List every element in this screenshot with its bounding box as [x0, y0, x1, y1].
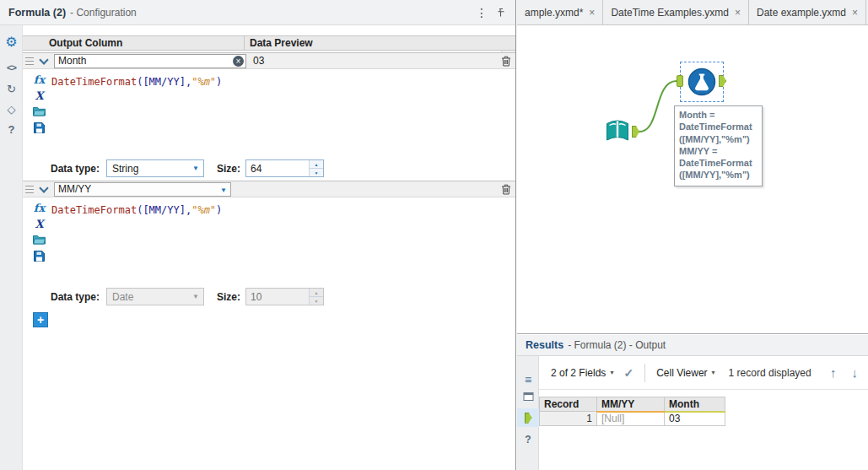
cell-viewer-button[interactable]: Cell Viewer — [656, 367, 707, 379]
gear-icon[interactable]: ⚙ — [0, 34, 23, 50]
add-expression-button[interactable]: + — [33, 312, 48, 327]
apply-check-icon[interactable]: ✓ — [623, 366, 633, 380]
formula-row-head: MM/YY ▼ — [23, 181, 515, 197]
panel-title: Formula (2) — [8, 7, 66, 19]
close-icon[interactable]: × — [735, 7, 741, 19]
results-toolbar: 2 of 2 Fields ▾ ✓ Cell Viewer ▾ 1 record… — [539, 356, 868, 390]
expression-string: "%m" — [191, 204, 216, 216]
output-column-input[interactable] — [54, 54, 246, 68]
variables-icon[interactable]: X — [32, 89, 46, 102]
formula-config-content: Output Column Data Preview × 03 — [23, 25, 515, 470]
arrow-up-icon[interactable]: ↑ — [830, 365, 837, 380]
record-number-cell[interactable]: 1 — [540, 412, 597, 426]
expression-text[interactable]: DateTimeFormat([MM/YY],"%m") — [51, 76, 222, 88]
output-column-select[interactable]: MM/YY ▼ — [54, 182, 231, 197]
chevron-down-icon: ▼ — [220, 186, 227, 194]
save-icon[interactable] — [32, 121, 46, 134]
formula-tool[interactable] — [687, 68, 716, 96]
folder-icon[interactable] — [32, 105, 46, 118]
arrow-down-icon[interactable]: ↓ — [852, 365, 859, 380]
grid-data-row: 1 [Null] 03 — [540, 412, 725, 426]
anchor-glyph — [525, 413, 532, 424]
column-header-month[interactable]: Month — [665, 397, 725, 412]
book-icon — [602, 116, 633, 147]
month-cell[interactable]: 03 — [665, 412, 725, 426]
toolbar-divider — [644, 364, 645, 382]
fields-summary[interactable]: 2 of 2 Fields — [551, 367, 606, 379]
tab-document-2[interactable]: DateTime Examples.yxmd × — [603, 0, 749, 24]
window-icon[interactable] — [517, 392, 539, 404]
alteryx-designer-window: Formula (2) - Configuration ⋮ ⚙ <> ↻ ◇ ?… — [0, 0, 868, 470]
help-icon[interactable]: ? — [517, 434, 539, 446]
size-input — [246, 289, 309, 305]
datatype-select[interactable]: String ▼ — [106, 159, 204, 177]
size-stepper: ▲ ▼ — [309, 289, 323, 305]
results-side-strip: ≡ ? — [517, 356, 539, 470]
column-header-mmyy[interactable]: MM/YY — [597, 397, 665, 412]
tab-label: DateTime Examples.yxmd — [611, 7, 729, 19]
configuration-panel: Formula (2) - Configuration ⋮ ⚙ <> ↻ ◇ ?… — [0, 0, 516, 470]
chevron-down-icon[interactable]: ▾ — [610, 369, 613, 376]
spin-up-icon: ▲ — [310, 289, 323, 296]
spin-up-icon[interactable]: ▲ — [310, 160, 323, 168]
data-preview-header: Data Preview — [245, 37, 313, 49]
refresh-icon[interactable]: ↻ — [0, 83, 23, 95]
column-header-record[interactable]: Record — [540, 397, 597, 412]
expression-editor[interactable]: fx X DateTimeFormat([MM/YY],"%m") — [23, 197, 515, 284]
scroll-arrows: ↑ ↓ — [830, 365, 858, 380]
chevron-down-icon[interactable] — [39, 183, 48, 192]
list-icon[interactable]: ≡ — [517, 373, 539, 386]
size-input[interactable] — [246, 160, 309, 176]
expression-text[interactable]: DateTimeFormat([MM/YY],"%m") — [51, 204, 222, 216]
clear-icon[interactable]: × — [233, 56, 244, 67]
drag-handle-icon[interactable] — [25, 57, 34, 65]
column-headers: Output Column Data Preview — [23, 35, 515, 51]
expression-string: "%m" — [191, 76, 216, 88]
output-column-value: MM/YY — [58, 183, 91, 195]
tool-annotation[interactable]: Month = DateTimeFormat ([MM/YY],"%m") MM… — [674, 105, 763, 186]
close-icon[interactable]: × — [852, 7, 858, 19]
chevron-down-icon[interactable] — [39, 55, 48, 64]
datatype-label: Data type: — [51, 291, 100, 303]
variables-icon[interactable]: X — [32, 217, 46, 230]
size-label: Size: — [217, 163, 240, 175]
spin-down-icon[interactable]: ▼ — [310, 168, 323, 176]
expression-function: DateTimeFormat — [51, 76, 137, 88]
save-icon[interactable] — [32, 249, 46, 262]
tab-label: ample.yxmd* — [525, 7, 583, 19]
functions-icon[interactable]: fx — [32, 201, 46, 214]
code-icon[interactable]: <> — [0, 62, 23, 73]
input-tool[interactable] — [602, 116, 633, 147]
grid-header-row: Record MM/YY Month — [540, 397, 725, 412]
tab-document-1[interactable]: ample.yxmd* × — [517, 0, 603, 24]
trash-icon[interactable] — [501, 184, 511, 195]
size-input-group-disabled: ▲ ▼ — [245, 288, 324, 305]
tab-document-3[interactable]: Date example.yxmd × — [749, 0, 866, 24]
functions-icon[interactable]: fx — [32, 73, 46, 86]
drag-handle-icon[interactable] — [25, 186, 34, 193]
close-icon[interactable]: × — [589, 7, 595, 19]
datatype-select-disabled: Date ▼ — [106, 288, 204, 305]
kebab-menu-icon[interactable]: ⋮ — [469, 6, 494, 19]
output-anchor-icon[interactable] — [517, 408, 539, 427]
chevron-down-icon[interactable]: ▾ — [712, 369, 715, 376]
configuration-header: Formula (2) - Configuration ⋮ — [0, 0, 515, 25]
output-column-field: × — [54, 54, 246, 68]
formula-row-month: × 03 fx X — [23, 52, 515, 181]
size-input-group: ▲ ▼ — [245, 159, 324, 177]
flask-icon — [687, 68, 716, 96]
help-icon[interactable]: ? — [0, 123, 23, 136]
workflow-canvas[interactable]: Month = DateTimeFormat ([MM/YY],"%m") MM… — [517, 25, 868, 334]
output-column-header: Output Column — [23, 36, 245, 50]
formula-row-footer: Data type: String ▼ Size: ▲ ▼ — [23, 156, 515, 181]
tag-icon[interactable]: ◇ — [0, 103, 23, 116]
panel-subtitle: - Configuration — [70, 7, 137, 19]
formula-row-footer: Data type: Date ▼ Size: ▲ ▼ — [23, 284, 515, 309]
mmyy-cell[interactable]: [Null] — [597, 412, 665, 426]
pin-icon[interactable] — [494, 8, 507, 18]
trash-icon[interactable] — [501, 56, 511, 67]
expression-editor[interactable]: fx X DateTimeFormat([MM/YY],"%m") — [23, 69, 515, 156]
folder-icon[interactable] — [32, 233, 46, 246]
formula-row-mmyy: MM/YY ▼ fx X — [23, 181, 515, 309]
formula-input-anchor[interactable] — [677, 75, 683, 87]
